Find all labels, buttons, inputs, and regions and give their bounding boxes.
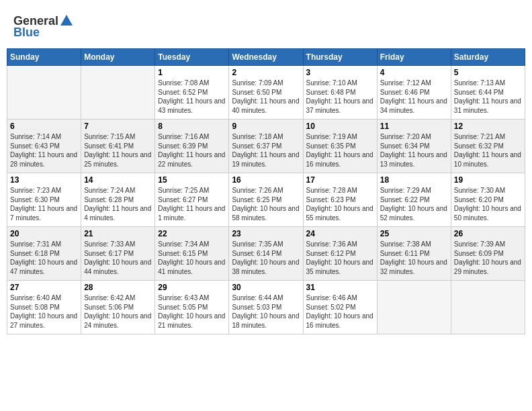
day-info: Sunrise: 7:15 AMSunset: 6:41 PMDaylight:… (84, 132, 152, 169)
day-info: Sunrise: 7:19 AMSunset: 6:35 PMDaylight:… (306, 132, 374, 169)
calendar-cell (7, 66, 81, 120)
day-info: Sunrise: 7:38 AMSunset: 6:11 PMDaylight:… (380, 240, 448, 276)
logo-blue: Blue (13, 26, 40, 40)
day-number: 30 (232, 283, 300, 292)
day-number: 20 (10, 229, 78, 238)
day-number: 15 (158, 175, 226, 185)
calendar-week-row: 27Sunrise: 6:40 AMSunset: 5:08 PMDayligh… (7, 281, 525, 334)
calendar-cell: 18Sunrise: 7:29 AMSunset: 6:22 PMDayligh… (377, 173, 451, 227)
calendar-cell: 28Sunrise: 6:42 AMSunset: 5:06 PMDayligh… (81, 281, 155, 334)
day-number: 4 (380, 68, 448, 77)
day-info: Sunrise: 7:18 AMSunset: 6:37 PMDaylight:… (232, 132, 300, 169)
day-info: Sunrise: 6:42 AMSunset: 5:06 PMDaylight:… (84, 293, 152, 330)
day-number: 22 (158, 229, 226, 238)
day-number: 28 (84, 283, 152, 292)
weekday-header-sunday: Sunday (7, 49, 81, 66)
weekday-header-row: SundayMondayTuesdayWednesdayThursdayFrid… (7, 49, 525, 66)
day-info: Sunrise: 7:29 AMSunset: 6:22 PMDaylight:… (380, 186, 448, 222)
day-info: Sunrise: 7:08 AMSunset: 6:52 PMDaylight:… (158, 79, 226, 115)
calendar-table: SundayMondayTuesdayWednesdayThursdayFrid… (7, 48, 525, 334)
day-info: Sunrise: 7:36 AMSunset: 6:12 PMDaylight:… (306, 240, 374, 276)
day-number: 25 (380, 229, 448, 238)
weekday-header-tuesday: Tuesday (155, 49, 229, 66)
day-number: 23 (232, 229, 300, 238)
day-info: Sunrise: 7:14 AMSunset: 6:43 PMDaylight:… (10, 132, 78, 169)
calendar-cell: 23Sunrise: 7:35 AMSunset: 6:14 PMDayligh… (229, 227, 303, 281)
weekday-header-wednesday: Wednesday (229, 49, 303, 66)
day-number: 21 (84, 229, 152, 238)
day-number: 9 (232, 122, 300, 131)
day-info: Sunrise: 7:16 AMSunset: 6:39 PMDaylight:… (158, 132, 226, 169)
calendar-week-row: 20Sunrise: 7:31 AMSunset: 6:18 PMDayligh… (7, 227, 525, 281)
day-info: Sunrise: 7:10 AMSunset: 6:48 PMDaylight:… (306, 79, 374, 115)
day-number: 2 (232, 68, 300, 77)
calendar-cell: 31Sunrise: 6:46 AMSunset: 5:02 PMDayligh… (303, 281, 377, 334)
day-info: Sunrise: 7:26 AMSunset: 6:25 PMDaylight:… (232, 186, 300, 222)
day-number: 3 (306, 68, 374, 77)
day-info: Sunrise: 7:34 AMSunset: 6:15 PMDaylight:… (158, 240, 226, 276)
weekday-header-friday: Friday (377, 49, 451, 66)
day-number: 6 (10, 122, 78, 131)
day-info: Sunrise: 7:13 AMSunset: 6:44 PMDaylight:… (454, 79, 522, 115)
weekday-header-monday: Monday (81, 49, 155, 66)
day-info: Sunrise: 7:33 AMSunset: 6:17 PMDaylight:… (84, 240, 152, 276)
day-number: 5 (454, 68, 522, 77)
calendar-week-row: 1Sunrise: 7:08 AMSunset: 6:52 PMDaylight… (7, 66, 525, 120)
calendar-cell (81, 66, 155, 120)
calendar-cell: 16Sunrise: 7:26 AMSunset: 6:25 PMDayligh… (229, 173, 303, 227)
calendar-cell: 24Sunrise: 7:36 AMSunset: 6:12 PMDayligh… (303, 227, 377, 281)
calendar-cell: 10Sunrise: 7:19 AMSunset: 6:35 PMDayligh… (303, 120, 377, 173)
calendar-cell: 25Sunrise: 7:38 AMSunset: 6:11 PMDayligh… (377, 227, 451, 281)
day-number: 11 (380, 122, 448, 131)
calendar-cell: 19Sunrise: 7:30 AMSunset: 6:20 PMDayligh… (451, 173, 525, 227)
day-number: 29 (158, 283, 226, 292)
day-number: 14 (84, 175, 152, 185)
calendar-cell: 21Sunrise: 7:33 AMSunset: 6:17 PMDayligh… (81, 227, 155, 281)
calendar-cell: 26Sunrise: 7:39 AMSunset: 6:09 PMDayligh… (451, 227, 525, 281)
calendar-cell (377, 281, 451, 334)
calendar-cell: 8Sunrise: 7:16 AMSunset: 6:39 PMDaylight… (155, 120, 229, 173)
day-info: Sunrise: 7:25 AMSunset: 6:27 PMDaylight:… (158, 186, 226, 222)
calendar-cell: 6Sunrise: 7:14 AMSunset: 6:43 PMDaylight… (7, 120, 81, 173)
day-info: Sunrise: 7:30 AMSunset: 6:20 PMDaylight:… (454, 186, 522, 222)
day-info: Sunrise: 7:35 AMSunset: 6:14 PMDaylight:… (232, 240, 300, 276)
calendar-cell: 30Sunrise: 6:44 AMSunset: 5:03 PMDayligh… (229, 281, 303, 334)
day-info: Sunrise: 7:20 AMSunset: 6:34 PMDaylight:… (380, 132, 448, 169)
calendar-cell: 5Sunrise: 7:13 AMSunset: 6:44 PMDaylight… (451, 66, 525, 120)
calendar-cell: 3Sunrise: 7:10 AMSunset: 6:48 PMDaylight… (303, 66, 377, 120)
weekday-header-thursday: Thursday (303, 49, 377, 66)
calendar-cell: 20Sunrise: 7:31 AMSunset: 6:18 PMDayligh… (7, 227, 81, 281)
calendar-cell: 14Sunrise: 7:24 AMSunset: 6:28 PMDayligh… (81, 173, 155, 227)
day-info: Sunrise: 6:46 AMSunset: 5:02 PMDaylight:… (306, 293, 374, 330)
calendar-cell: 9Sunrise: 7:18 AMSunset: 6:37 PMDaylight… (229, 120, 303, 173)
day-info: Sunrise: 7:09 AMSunset: 6:50 PMDaylight:… (232, 79, 300, 115)
day-info: Sunrise: 7:31 AMSunset: 6:18 PMDaylight:… (10, 240, 78, 276)
day-number: 24 (306, 229, 374, 238)
svg-marker-0 (60, 15, 73, 26)
logo: General Blue (13, 13, 74, 40)
weekday-header-saturday: Saturday (451, 49, 525, 66)
calendar-cell: 15Sunrise: 7:25 AMSunset: 6:27 PMDayligh… (155, 173, 229, 227)
day-number: 10 (306, 122, 374, 131)
day-info: Sunrise: 7:28 AMSunset: 6:23 PMDaylight:… (306, 186, 374, 222)
calendar-week-row: 13Sunrise: 7:23 AMSunset: 6:30 PMDayligh… (7, 173, 525, 227)
calendar-cell (451, 281, 525, 334)
day-info: Sunrise: 6:40 AMSunset: 5:08 PMDaylight:… (10, 293, 78, 330)
calendar-cell: 2Sunrise: 7:09 AMSunset: 6:50 PMDaylight… (229, 66, 303, 120)
calendar-cell: 13Sunrise: 7:23 AMSunset: 6:30 PMDayligh… (7, 173, 81, 227)
day-info: Sunrise: 7:21 AMSunset: 6:32 PMDaylight:… (454, 132, 522, 169)
day-number: 17 (306, 175, 374, 185)
day-info: Sunrise: 7:12 AMSunset: 6:46 PMDaylight:… (380, 79, 448, 115)
calendar-cell: 29Sunrise: 6:43 AMSunset: 5:05 PMDayligh… (155, 281, 229, 334)
day-info: Sunrise: 7:24 AMSunset: 6:28 PMDaylight:… (84, 186, 152, 222)
day-info: Sunrise: 7:39 AMSunset: 6:09 PMDaylight:… (454, 240, 522, 276)
day-number: 1 (158, 68, 226, 77)
day-info: Sunrise: 6:44 AMSunset: 5:03 PMDaylight:… (232, 293, 300, 330)
calendar-cell: 27Sunrise: 6:40 AMSunset: 5:08 PMDayligh… (7, 281, 81, 334)
calendar-week-row: 6Sunrise: 7:14 AMSunset: 6:43 PMDaylight… (7, 120, 525, 173)
day-number: 18 (380, 175, 448, 185)
calendar-cell: 7Sunrise: 7:15 AMSunset: 6:41 PMDaylight… (81, 120, 155, 173)
logo-icon (59, 13, 74, 28)
calendar-cell: 17Sunrise: 7:28 AMSunset: 6:23 PMDayligh… (303, 173, 377, 227)
calendar-cell: 11Sunrise: 7:20 AMSunset: 6:34 PMDayligh… (377, 120, 451, 173)
